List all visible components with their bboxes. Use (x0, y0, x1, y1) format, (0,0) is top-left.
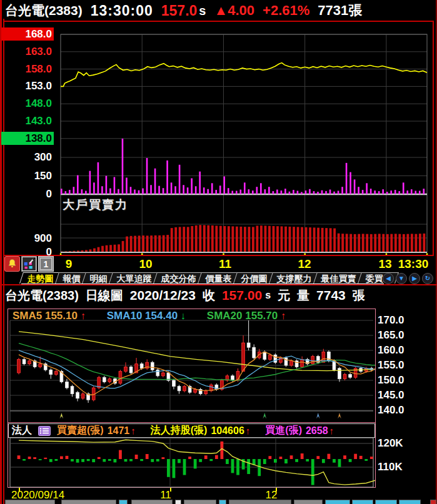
tab-label: 成交分佈 (161, 274, 196, 284)
tab-label: 報價 (63, 274, 81, 284)
taskbar-segment[interactable] (352, 500, 373, 504)
volume-label: 量 (297, 287, 309, 304)
daily-stock-title: 台光電(2383) (5, 287, 79, 304)
taskbar-segment[interactable] (61, 500, 116, 504)
volume-unit: 張 (353, 287, 365, 304)
taskbar-segment[interactable] (375, 500, 397, 504)
holdings-line (19, 440, 375, 485)
taskbar-segment[interactable] (131, 500, 173, 504)
daily-price-label: 145.0 (378, 389, 415, 402)
time-axis-label: 10 (139, 257, 152, 271)
nav-refresh-button[interactable]: ↻ (422, 273, 433, 284)
daily-candle-chart (8, 309, 375, 422)
tab-成交分佈[interactable]: 成交分佈 (153, 272, 204, 284)
holdings-value: 104606 (211, 425, 244, 437)
nav-down-button[interactable]: ▼ (396, 273, 407, 284)
volume-bars (61, 139, 424, 194)
daily-price-label: 165.0 (378, 329, 415, 342)
chart-type-label: 日線圖 (86, 287, 123, 304)
trade-date: 2020/12/23 (130, 288, 196, 303)
price-suffix: s (199, 4, 206, 18)
taskbar-segment[interactable] (119, 500, 128, 504)
institutional-bar-chart (8, 437, 375, 488)
price-line (61, 63, 427, 87)
nav-forward-button[interactable]: ▶ (409, 273, 420, 284)
taskbar-segment[interactable] (175, 500, 181, 504)
alert-bell-icon[interactable] (4, 256, 20, 272)
big-player-bars (61, 225, 425, 252)
taskbar-segment[interactable] (229, 500, 291, 504)
daily-price-label: 160.0 (378, 344, 415, 357)
price-change: ▲4.00 (214, 2, 254, 19)
tab-最佳買賣[interactable]: 最佳買賣 (313, 272, 364, 284)
signal-markers (60, 413, 341, 418)
price-axis-label: 158.0 (1, 62, 54, 76)
price-unit: 元 (278, 287, 290, 304)
taskbar-segment[interactable] (5, 500, 55, 504)
price-axis-label: 138.0 (1, 132, 54, 145)
price-axis-label: 143.0 (1, 114, 54, 127)
price-axis-label: 168.0 (1, 27, 54, 41)
holdings-direction: ↑ (246, 425, 251, 436)
taskbar-segment[interactable] (325, 500, 350, 504)
volume-axis-label: 150 (1, 169, 54, 182)
close-label: 收 (203, 287, 215, 304)
net-buy-label: 買賣超(張) (57, 424, 104, 437)
sma20-line (19, 343, 375, 380)
tab-label: 明細 (90, 274, 108, 284)
price-axis-label: 163.0 (1, 45, 54, 58)
draw-tools-icon[interactable] (21, 256, 37, 272)
color-squares-pen-icon (23, 257, 36, 270)
date-tick (19, 488, 20, 492)
taskbar-segment[interactable] (399, 500, 421, 504)
volume-axis-label: 0 (1, 187, 54, 200)
buy-in-label: 買進(張) (265, 424, 302, 437)
tab-大單追蹤[interactable]: 大單追蹤 (109, 272, 160, 284)
taskbar-segment[interactable] (184, 500, 216, 504)
tab-label: 大單追蹤 (117, 274, 152, 284)
time-axis-label: 13:30 (398, 257, 429, 271)
time-axis-label: 12 (298, 257, 311, 271)
big-player-axis-label: 900 (1, 232, 54, 245)
daily-volume: 7743 (316, 288, 346, 303)
daily-close-price: 157.00 (222, 288, 262, 303)
inst-list-icon[interactable] (38, 426, 51, 436)
intraday-header: 台光電(2383) 13:30:00 157.0 s ▲4.00 +2.61% … (5, 1, 435, 20)
tab-label: 分價圖 (241, 274, 268, 284)
nav-back-button[interactable]: ◀ (383, 273, 394, 284)
price-axis-label: 148.0 (1, 97, 54, 110)
time-axis-label: 9 (66, 257, 73, 271)
long-ma-line (19, 332, 375, 371)
page-number: 1 (40, 258, 52, 270)
price-change-pct: +2.61% (263, 2, 309, 19)
date-tick (276, 488, 277, 492)
institutional-legend: 法人 買賣超(張) 1471 ↑ 法人持股(張) 104606 ↑ 買進(張) … (8, 423, 375, 438)
inst-title: 法人 (12, 424, 32, 437)
daily-header: 台光電(2383) 日線圖 2020/12/23 收 157.00 s 元 量 … (5, 287, 435, 304)
net-buy-direction: ↑ (131, 425, 136, 436)
taskbar-segment[interactable] (219, 500, 226, 504)
intraday-gridlines (61, 34, 427, 252)
time-axis-label: 11 (219, 257, 231, 271)
daily-price-label: 150.0 (378, 374, 415, 387)
inst-net-bars (18, 442, 375, 485)
buy-in-value: 2658 (306, 425, 328, 437)
page-1-icon[interactable]: 1 (38, 256, 54, 272)
net-buy-value: 1471 (108, 425, 130, 437)
tab-label: 最佳買賣 (321, 274, 356, 284)
taskbar-segment[interactable] (430, 500, 436, 504)
daily-price-label: 155.0 (378, 359, 415, 372)
intraday-chart (56, 22, 431, 255)
sma10-line (19, 350, 375, 388)
quote-time: 13:30:00 (91, 2, 153, 19)
toolbar-icons: 1 (4, 256, 54, 272)
big-player-section-label: 大戶買賣力 (63, 197, 128, 213)
view-tab-bar: 走勢圖報價明細大單追蹤成交分佈價量表分價圖支撐壓力最佳買賣委買... (21, 272, 384, 284)
tab-支撐壓力[interactable]: 支撐壓力 (269, 272, 320, 284)
volume-axis-label: 300 (1, 151, 54, 164)
stock-title: 台光電(2383) (5, 2, 83, 19)
time-axis-label: 13 (378, 257, 391, 271)
taskbar-segment[interactable] (294, 500, 323, 504)
bell-icon (6, 258, 18, 270)
buy-in-direction: ↑ (329, 425, 334, 436)
